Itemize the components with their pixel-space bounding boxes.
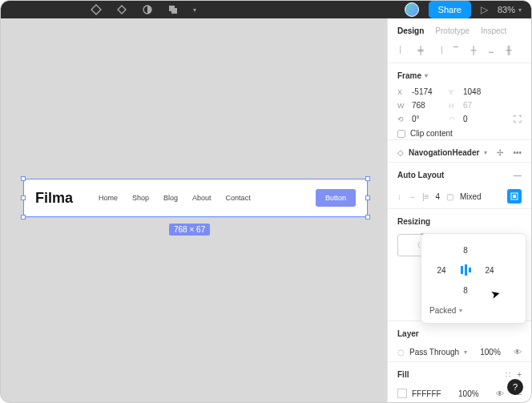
blend-mode-dropdown[interactable]: Pass Through <box>409 348 459 357</box>
svg-rect-4 <box>513 195 516 198</box>
fill-title: Fill <box>397 370 409 379</box>
add-fill-icon[interactable]: + <box>517 370 522 379</box>
boolean-tool-icon[interactable] <box>167 4 179 15</box>
distribute-icon[interactable]: ╫ <box>503 45 514 54</box>
frame-tool-icon[interactable] <box>116 4 127 15</box>
y-input[interactable]: 1048 <box>463 87 495 96</box>
x-input[interactable]: -5174 <box>412 87 444 96</box>
svg-rect-5 <box>461 266 463 274</box>
blend-mode-icon[interactable]: ◌ <box>397 348 405 357</box>
component-name[interactable]: NavogationHeader <box>409 148 479 157</box>
fill-hex-input[interactable]: FFFFFF <box>412 389 441 398</box>
padding-top-input[interactable]: 8 <box>463 246 468 255</box>
layer-title: Layer <box>397 329 522 338</box>
gap-icon: |≡ <box>422 192 429 201</box>
h-input[interactable]: 67 <box>463 101 472 110</box>
nav-item: Contact <box>226 194 251 202</box>
remove-autolayout-icon[interactable]: — <box>514 171 522 179</box>
nav-item: About <box>192 194 212 202</box>
canvas[interactable]: Filma Home Shop Blog About Contact Butto… <box>1 18 387 402</box>
dimension-badge: 768 × 67 <box>169 224 210 236</box>
padding-right-input[interactable]: 24 <box>485 266 494 275</box>
padding-popover: 8 24 24 8 Packed▾ <box>421 233 526 324</box>
logo-text: Filma <box>35 190 73 207</box>
avatar[interactable] <box>405 2 419 17</box>
tab-prototype[interactable]: Prototype <box>435 26 470 35</box>
rotation-input[interactable]: 0° <box>412 115 444 123</box>
alignment-padding-button[interactable] <box>507 189 522 204</box>
zoom-control[interactable]: 83%▾ <box>498 5 522 14</box>
component-icon: ◇ <box>397 148 404 157</box>
spacing-mode-dropdown[interactable]: Packed▾ <box>429 306 518 315</box>
move-tool-icon[interactable] <box>91 4 102 15</box>
selected-frame[interactable]: Filma Home Shop Blog About Contact Butto… <box>23 179 368 217</box>
resize-handle[interactable] <box>21 176 26 181</box>
gap-input[interactable]: 4 <box>435 192 440 201</box>
nav-links: Home Shop Blog About Contact <box>99 194 251 202</box>
nav-item: Shop <box>132 194 149 202</box>
fill-swatch[interactable] <box>397 389 407 398</box>
frame-section-title: Frame▾ <box>397 71 522 80</box>
clip-content-label: Clip content <box>410 129 453 138</box>
nav-item: Home <box>99 194 118 202</box>
tool-dropdown-icon[interactable]: ▾ <box>193 6 196 14</box>
w-input[interactable]: 768 <box>412 101 444 110</box>
more-icon[interactable]: ••• <box>513 148 522 157</box>
present-icon[interactable]: ▷ <box>481 4 488 15</box>
h-label: H <box>449 102 458 110</box>
nav-item: Blog <box>163 194 178 202</box>
align-hcenter-icon[interactable]: ╪ <box>415 45 426 54</box>
fill-style-icon[interactable]: ∷ <box>506 370 510 379</box>
help-button[interactable]: ? <box>507 379 523 395</box>
clip-content-checkbox[interactable] <box>397 130 405 138</box>
primary-button: Button <box>316 189 356 207</box>
resize-handle[interactable] <box>21 195 26 200</box>
resize-handle[interactable] <box>365 215 370 220</box>
padding-input[interactable]: Mixed <box>460 192 482 201</box>
resize-handle[interactable] <box>365 195 370 200</box>
fill-opacity-input[interactable]: 100% <box>458 389 479 398</box>
alignment-grid-icon[interactable] <box>457 262 474 278</box>
align-vcenter-icon[interactable]: ┼ <box>468 45 479 54</box>
tab-design[interactable]: Design <box>397 26 424 35</box>
padding-left-input[interactable]: 24 <box>437 266 445 275</box>
resize-handle[interactable] <box>365 176 370 181</box>
align-bottom-icon[interactable]: ⎽ <box>486 45 497 54</box>
resizing-title: Resizing <box>397 217 522 226</box>
independent-corners-icon[interactable]: ⛶ <box>514 115 522 123</box>
opacity-input[interactable]: 100% <box>480 348 501 357</box>
align-top-icon[interactable]: ⎺ <box>450 45 461 54</box>
tab-inspect[interactable]: Inspect <box>481 26 506 35</box>
fill-visibility-icon[interactable]: 👁 <box>496 389 504 398</box>
share-button[interactable]: Share <box>429 1 471 18</box>
svg-rect-6 <box>465 264 467 276</box>
rotation-icon: ⟲ <box>397 115 407 123</box>
radius-input[interactable]: 0 <box>463 115 495 123</box>
visibility-icon[interactable]: 👁 <box>514 348 522 357</box>
properties-panel: Design Prototype Inspect ⎸ ╪ ⎹ ⎺ ┼ ⎽ ╫ F… <box>387 18 531 402</box>
resize-handle[interactable] <box>21 215 26 220</box>
direction-horizontal-icon[interactable]: → <box>408 192 416 201</box>
top-toolbar: ▾ Share ▷ 83%▾ <box>1 1 531 18</box>
padding-bottom-input[interactable]: 8 <box>463 286 468 295</box>
w-label: W <box>397 102 407 110</box>
y-label: Y <box>449 88 458 96</box>
align-left-icon[interactable]: ⎸ <box>397 45 409 54</box>
direction-vertical-icon[interactable]: ↓ <box>397 192 401 201</box>
autolayout-title: Auto Layout <box>397 171 444 179</box>
padding-icon: ▢ <box>446 192 453 201</box>
svg-rect-2 <box>171 8 177 14</box>
svg-rect-7 <box>469 268 471 272</box>
component-options-icon[interactable]: ✢ <box>497 148 503 157</box>
radius-icon: ◠ <box>449 115 458 123</box>
align-right-icon[interactable]: ⎹ <box>433 45 444 54</box>
mask-tool-icon[interactable] <box>142 4 153 15</box>
x-label: X <box>397 88 407 96</box>
